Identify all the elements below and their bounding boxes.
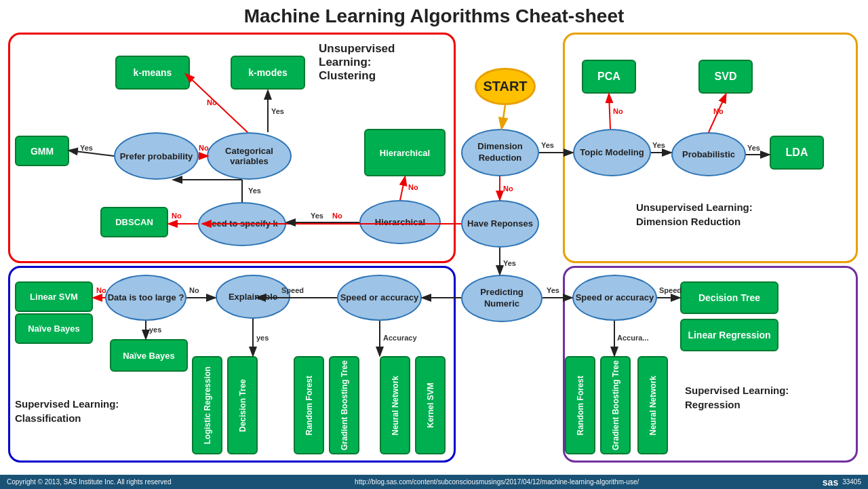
naive-bayes-bot-node: Naïve Bayes (110, 339, 188, 372)
svg-text:No: No (503, 184, 513, 193)
predicting-numeric-node: Predicting Numeric (461, 275, 542, 322)
main-container: Machine Learning Algorithms Cheat-sheet … (0, 0, 868, 475)
gradient-boost-right-vert-node: Gradient Boosting Tree (600, 356, 631, 454)
hierarchical-top-node: Hierarchical (364, 129, 446, 176)
svg-text:Yes: Yes (547, 286, 559, 294)
topic-modeling-node: Topic Modeling (573, 129, 651, 176)
footer-url: http://blog.sas.com/content/subconscious… (355, 478, 639, 486)
speed-accuracy-right-node: Speed or accuracy (572, 275, 657, 321)
need-specify-k-node: need to specify k (198, 202, 286, 246)
categorical-vars-node: Categorical variables (207, 132, 292, 180)
clustering-section-label: Unsupervised Learning: Clustering (319, 42, 395, 83)
data-too-large-node: Data is too large ? (105, 275, 186, 321)
svg-line-0 (502, 105, 505, 128)
start-node: START (475, 68, 536, 105)
explainable-node: Explainable (216, 275, 290, 319)
dim-reduction-node: Dimension Reduction (461, 129, 539, 176)
kmeans-node: k-means (115, 56, 190, 90)
dbscan-node: DBSCAN (100, 207, 168, 237)
random-forest-left-vert-node: Random Forest (294, 356, 324, 454)
svg-text:Yes: Yes (541, 141, 554, 149)
svd-node: SVD (698, 60, 753, 94)
regression-section-label: Supervised Learning: Regression (685, 383, 789, 412)
have-responses-node: Have Reponses (461, 200, 539, 248)
prefer-prob-node: Prefer probability (114, 132, 199, 180)
footer-page: 33405 (842, 478, 861, 486)
kmodes-node: k-modes (231, 56, 305, 90)
speed-accuracy-left-node: Speed or accuracy (337, 275, 422, 321)
naive-bayes-top-node: Naïve Bayes (15, 313, 93, 344)
kernel-svm-vert-node: Kernel SVM (415, 356, 446, 454)
neural-network-left-vert-node: Neural Network (380, 356, 410, 454)
gmm-node: GMM (15, 136, 69, 166)
classification-section-label: Supervised Learning: Classification (15, 397, 119, 425)
neural-network-right-vert-node: Neural Network (637, 356, 668, 454)
lda-node: LDA (770, 136, 824, 170)
pca-node: PCA (582, 60, 636, 94)
hierarchical-bot-node: Hierarchical (359, 200, 441, 244)
decision-tree-right-node: Decision Tree (680, 281, 778, 314)
page-title: Machine Learning Algorithms Cheat-sheet (0, 0, 868, 30)
decision-tree-vert-node: Decision Tree (227, 356, 258, 454)
footer: Copyright © 2013, SAS Institute Inc. All… (0, 475, 868, 489)
linear-svm-node: Linear SVM (15, 281, 93, 312)
svg-text:Yes: Yes (503, 259, 516, 267)
probabilistic-node: Probabilistic (671, 132, 746, 176)
gradient-boost-left-vert-node: Gradient Boosting Tree (329, 356, 359, 454)
dim-reduction-section-label: Unsupervised Learning: Dimension Reducti… (636, 200, 753, 229)
footer-copyright: Copyright © 2013, SAS Institute Inc. All… (7, 478, 172, 486)
linear-regression-node: Linear Regression (680, 319, 778, 351)
random-forest-right-vert-node: Random Forest (565, 356, 595, 454)
logistic-reg-vert-node: Logistic Regression (192, 356, 222, 454)
